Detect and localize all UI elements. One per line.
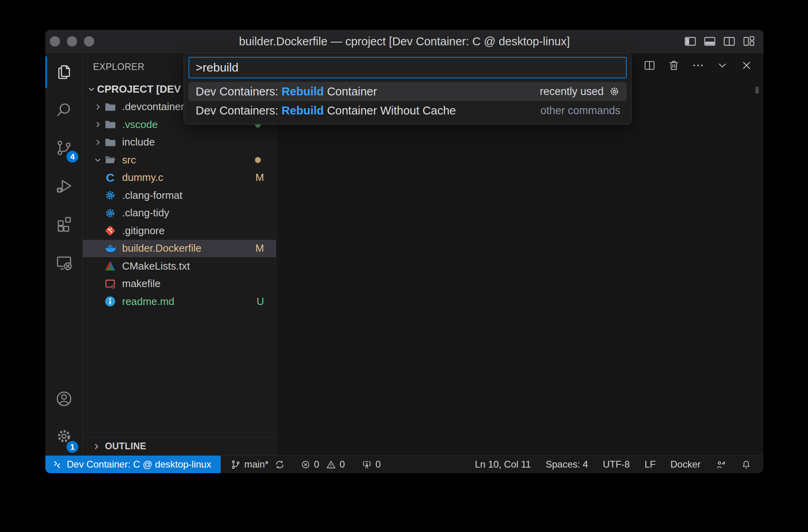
bell-icon[interactable]	[741, 459, 752, 470]
more-actions-icon[interactable]	[691, 59, 705, 72]
tree-item-include[interactable]: include	[83, 134, 276, 151]
toggle-secondary-sidebar-icon[interactable]	[723, 35, 736, 48]
activity-bar: 4	[45, 53, 83, 455]
search-icon	[55, 101, 73, 120]
gear-file-icon	[103, 188, 117, 202]
sidebar-item-extensions[interactable]	[45, 206, 82, 244]
close-panel-icon[interactable]	[740, 59, 753, 72]
chevron-down-icon	[92, 154, 103, 165]
chevron-right-icon	[92, 137, 103, 148]
window-title: builder.Dockerfile — cproject [Dev Conta…	[45, 30, 763, 53]
tree-item-readme[interactable]: readme.md U	[83, 293, 276, 311]
command-results: Dev Containers: Rebuild Container recent…	[188, 82, 627, 120]
radio-tower-icon	[361, 459, 372, 470]
status-bar: Dev Container: C @ desktop-linux main* 0…	[45, 455, 763, 473]
active-indicator	[45, 56, 47, 88]
command-input[interactable]	[189, 61, 626, 74]
eol[interactable]: LF	[645, 459, 656, 470]
panel-scrollbar[interactable]	[756, 87, 759, 93]
tree-item-builder-dockerfile[interactable]: builder.Dockerfile M	[83, 240, 276, 258]
files-icon	[55, 62, 73, 82]
git-file-icon	[103, 224, 117, 237]
command-item-rebuild-without-cache[interactable]: Dev Containers: Rebuild Container Withou…	[188, 101, 627, 120]
sync-icon	[274, 459, 285, 470]
configure-gear-icon[interactable]	[608, 85, 620, 97]
git-status-dot	[255, 157, 261, 163]
git-modified-badge: M	[255, 171, 264, 184]
git-branch-icon	[230, 459, 241, 470]
ports-status[interactable]: 0	[361, 459, 381, 470]
accounts-button[interactable]	[45, 381, 82, 419]
toggle-panel-icon[interactable]	[703, 35, 717, 48]
chevron-right-icon	[92, 119, 103, 130]
folder-icon	[103, 118, 117, 131]
encoding[interactable]: UTF-8	[603, 459, 630, 470]
sidebar-item-search[interactable]	[45, 91, 82, 130]
makefile-icon	[103, 277, 117, 291]
command-meta: other commands	[540, 105, 620, 117]
tree-item-cmakelists[interactable]: CMakeLists.txt	[83, 257, 276, 275]
cursor-position[interactable]: Ln 10, Col 11	[475, 459, 531, 470]
tree-item-dummy-c[interactable]: C dummy.c M	[83, 169, 276, 187]
restore-panel-icon[interactable]	[716, 59, 729, 72]
info-icon	[103, 295, 117, 308]
sidebar-item-run-debug[interactable]	[45, 168, 82, 206]
remote-explorer-icon	[55, 253, 73, 273]
folder-open-icon	[103, 153, 117, 167]
vscode-window: builder.Dockerfile — cproject [Dev Conta…	[45, 30, 763, 473]
branch-status[interactable]: main*	[230, 459, 285, 470]
kill-terminal-icon[interactable]	[667, 59, 680, 72]
source-control-badge: 4	[66, 150, 79, 163]
c-file-icon: C	[103, 171, 117, 184]
extensions-icon	[55, 215, 73, 235]
tree-item-gitignore[interactable]: .gitignore	[83, 222, 276, 240]
warnings-icon	[326, 459, 336, 470]
feedback-icon[interactable]	[715, 459, 726, 470]
tree-item-clang-tidy[interactable]: .clang-tidy	[83, 204, 276, 222]
git-modified-badge: M	[255, 242, 264, 254]
problems-status[interactable]: 0 0	[300, 459, 345, 470]
account-icon	[55, 390, 73, 410]
tree-item-clang-format[interactable]: .clang-format	[83, 186, 276, 204]
sidebar-item-remote-explorer[interactable]	[45, 244, 82, 282]
sidebar-item-explorer[interactable]	[45, 53, 82, 91]
debug-icon	[55, 177, 73, 197]
remote-indicator[interactable]: Dev Container: C @ desktop-linux	[45, 456, 221, 473]
settings-button[interactable]: 1	[45, 419, 82, 455]
title-bar: builder.Dockerfile — cproject [Dev Conta…	[45, 30, 763, 53]
outline-section[interactable]: OUTLINE	[83, 437, 276, 455]
cmake-icon	[103, 259, 117, 273]
command-palette: Dev Containers: Rebuild Container recent…	[184, 52, 631, 124]
git-untracked-badge: U	[256, 295, 264, 308]
chevron-down-icon	[86, 83, 97, 95]
language-mode[interactable]: Docker	[670, 459, 701, 470]
tree-item-src[interactable]: src	[83, 151, 276, 169]
folder-icon	[103, 136, 117, 149]
folder-icon	[103, 100, 117, 114]
settings-badge: 1	[66, 440, 79, 454]
chevron-right-icon	[91, 442, 101, 451]
indentation[interactable]: Spaces: 4	[546, 459, 588, 470]
toggle-sidebar-icon[interactable]	[684, 35, 697, 48]
command-input-box[interactable]	[188, 57, 627, 78]
tree-item-makefile[interactable]: makefile	[83, 275, 276, 293]
errors-icon	[300, 459, 311, 470]
remote-icon	[52, 459, 62, 470]
docker-icon	[103, 242, 117, 255]
command-item-rebuild-container[interactable]: Dev Containers: Rebuild Container recent…	[188, 82, 627, 101]
customize-layout-icon[interactable]	[742, 35, 756, 48]
split-terminal-icon[interactable]	[643, 59, 656, 72]
chevron-right-icon	[92, 101, 103, 113]
sidebar-item-source-control[interactable]: 4	[45, 130, 82, 168]
gear-file-icon	[103, 206, 117, 220]
command-meta: recently used	[540, 85, 604, 98]
